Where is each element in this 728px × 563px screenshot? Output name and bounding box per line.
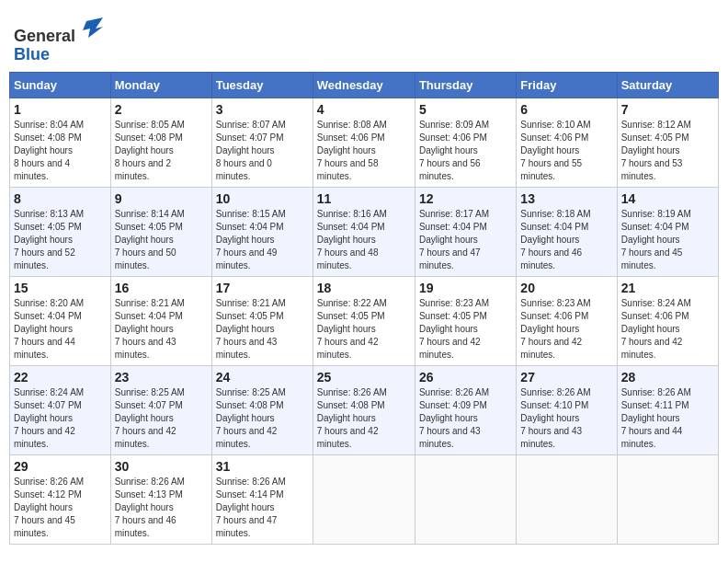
day-info: Sunrise: 8:26 AM Sunset: 4:12 PM Dayligh… bbox=[14, 476, 107, 540]
day-number: 6 bbox=[520, 102, 612, 117]
calendar-cell: 31 Sunrise: 8:26 AM Sunset: 4:14 PM Dayl… bbox=[211, 454, 313, 544]
calendar-cell: 29 Sunrise: 8:26 AM Sunset: 4:12 PM Dayl… bbox=[10, 454, 111, 544]
logo-blue: Blue bbox=[14, 45, 50, 63]
day-number: 24 bbox=[216, 370, 309, 385]
calendar-cell: 25 Sunrise: 8:26 AM Sunset: 4:08 PM Dayl… bbox=[313, 365, 415, 454]
day-header-tuesday: Tuesday bbox=[211, 72, 313, 98]
calendar-cell: 2 Sunrise: 8:05 AM Sunset: 4:08 PM Dayli… bbox=[110, 98, 211, 187]
day-number: 29 bbox=[14, 459, 107, 474]
calendar-cell: 11 Sunrise: 8:16 AM Sunset: 4:04 PM Dayl… bbox=[313, 187, 415, 276]
day-info: Sunrise: 8:23 AM Sunset: 4:05 PM Dayligh… bbox=[419, 297, 512, 362]
day-number: 20 bbox=[520, 281, 612, 295]
day-number: 10 bbox=[216, 191, 309, 206]
calendar-cell: 5 Sunrise: 8:09 AM Sunset: 4:06 PM Dayli… bbox=[415, 98, 516, 187]
day-info: Sunrise: 8:26 AM Sunset: 4:11 PM Dayligh… bbox=[621, 386, 714, 451]
day-number: 2 bbox=[115, 102, 208, 117]
day-info: Sunrise: 8:22 AM Sunset: 4:05 PM Dayligh… bbox=[317, 297, 411, 362]
day-info: Sunrise: 8:08 AM Sunset: 4:06 PM Dayligh… bbox=[317, 119, 411, 183]
day-info: Sunrise: 8:26 AM Sunset: 4:08 PM Dayligh… bbox=[317, 386, 411, 451]
day-info: Sunrise: 8:16 AM Sunset: 4:04 PM Dayligh… bbox=[317, 208, 411, 272]
calendar-cell: 1 Sunrise: 8:04 AM Sunset: 4:08 PM Dayli… bbox=[10, 98, 111, 187]
day-number: 5 bbox=[419, 102, 512, 117]
calendar-cell: 28 Sunrise: 8:26 AM Sunset: 4:11 PM Dayl… bbox=[617, 365, 718, 454]
day-info: Sunrise: 8:13 AM Sunset: 4:05 PM Dayligh… bbox=[14, 208, 107, 272]
day-info: Sunrise: 8:18 AM Sunset: 4:04 PM Dayligh… bbox=[520, 208, 612, 272]
calendar-cell: 3 Sunrise: 8:07 AM Sunset: 4:07 PM Dayli… bbox=[211, 98, 313, 187]
day-info: Sunrise: 8:12 AM Sunset: 4:05 PM Dayligh… bbox=[621, 119, 714, 183]
day-number: 7 bbox=[621, 102, 714, 117]
day-info: Sunrise: 8:04 AM Sunset: 4:08 PM Dayligh… bbox=[14, 119, 107, 183]
day-info: Sunrise: 8:10 AM Sunset: 4:06 PM Dayligh… bbox=[520, 119, 612, 183]
calendar-cell bbox=[415, 454, 516, 544]
day-number: 9 bbox=[115, 191, 208, 206]
day-header-sunday: Sunday bbox=[10, 72, 111, 98]
calendar-cell: 6 Sunrise: 8:10 AM Sunset: 4:06 PM Dayli… bbox=[517, 98, 617, 187]
day-info: Sunrise: 8:24 AM Sunset: 4:07 PM Dayligh… bbox=[14, 386, 107, 451]
calendar-cell: 8 Sunrise: 8:13 AM Sunset: 4:05 PM Dayli… bbox=[10, 187, 111, 276]
logo-bird-icon bbox=[77, 14, 105, 41]
calendar-header-row: SundayMondayTuesdayWednesdayThursdayFrid… bbox=[10, 72, 719, 98]
day-info: Sunrise: 8:05 AM Sunset: 4:08 PM Dayligh… bbox=[115, 119, 208, 183]
svg-marker-0 bbox=[83, 17, 103, 38]
day-info: Sunrise: 8:09 AM Sunset: 4:06 PM Dayligh… bbox=[419, 119, 512, 183]
day-number: 26 bbox=[419, 370, 512, 385]
day-number: 27 bbox=[520, 370, 612, 385]
calendar-cell: 9 Sunrise: 8:14 AM Sunset: 4:05 PM Dayli… bbox=[110, 187, 211, 276]
day-number: 19 bbox=[419, 281, 512, 295]
day-number: 16 bbox=[115, 281, 208, 295]
calendar-cell: 24 Sunrise: 8:25 AM Sunset: 4:08 PM Dayl… bbox=[211, 365, 313, 454]
calendar-cell: 26 Sunrise: 8:26 AM Sunset: 4:09 PM Dayl… bbox=[415, 365, 516, 454]
day-number: 11 bbox=[317, 191, 411, 206]
day-info: Sunrise: 8:21 AM Sunset: 4:04 PM Dayligh… bbox=[115, 297, 208, 362]
calendar-week-5: 29 Sunrise: 8:26 AM Sunset: 4:12 PM Dayl… bbox=[10, 454, 719, 544]
calendar-cell: 16 Sunrise: 8:21 AM Sunset: 4:04 PM Dayl… bbox=[110, 276, 211, 365]
day-header-friday: Friday bbox=[517, 72, 617, 98]
page-header: General Blue bbox=[9, 9, 719, 64]
day-number: 8 bbox=[14, 191, 107, 206]
calendar-cell: 19 Sunrise: 8:23 AM Sunset: 4:05 PM Dayl… bbox=[415, 276, 516, 365]
day-number: 21 bbox=[621, 281, 714, 295]
day-header-monday: Monday bbox=[110, 72, 211, 98]
calendar-cell: 7 Sunrise: 8:12 AM Sunset: 4:05 PM Dayli… bbox=[617, 98, 718, 187]
day-number: 14 bbox=[621, 191, 714, 206]
day-info: Sunrise: 8:25 AM Sunset: 4:07 PM Dayligh… bbox=[115, 386, 208, 451]
calendar-cell bbox=[313, 454, 415, 544]
day-number: 22 bbox=[14, 370, 107, 385]
day-number: 1 bbox=[14, 102, 107, 117]
day-number: 31 bbox=[216, 459, 309, 474]
day-number: 13 bbox=[520, 191, 612, 206]
calendar-body: 1 Sunrise: 8:04 AM Sunset: 4:08 PM Dayli… bbox=[10, 98, 719, 544]
day-number: 25 bbox=[317, 370, 411, 385]
calendar-cell: 27 Sunrise: 8:26 AM Sunset: 4:10 PM Dayl… bbox=[517, 365, 617, 454]
day-number: 3 bbox=[216, 102, 309, 117]
calendar-week-4: 22 Sunrise: 8:24 AM Sunset: 4:07 PM Dayl… bbox=[10, 365, 719, 454]
day-number: 23 bbox=[115, 370, 208, 385]
day-header-wednesday: Wednesday bbox=[313, 72, 415, 98]
calendar-cell: 18 Sunrise: 8:22 AM Sunset: 4:05 PM Dayl… bbox=[313, 276, 415, 365]
day-header-thursday: Thursday bbox=[415, 72, 516, 98]
calendar-cell: 21 Sunrise: 8:24 AM Sunset: 4:06 PM Dayl… bbox=[617, 276, 718, 365]
day-info: Sunrise: 8:20 AM Sunset: 4:04 PM Dayligh… bbox=[14, 297, 107, 362]
day-number: 15 bbox=[14, 281, 107, 295]
day-info: Sunrise: 8:23 AM Sunset: 4:06 PM Dayligh… bbox=[520, 297, 612, 362]
day-number: 17 bbox=[216, 281, 309, 295]
calendar-cell: 14 Sunrise: 8:19 AM Sunset: 4:04 PM Dayl… bbox=[617, 187, 718, 276]
calendar-table: SundayMondayTuesdayWednesdayThursdayFrid… bbox=[9, 72, 719, 545]
calendar-cell: 20 Sunrise: 8:23 AM Sunset: 4:06 PM Dayl… bbox=[517, 276, 617, 365]
day-info: Sunrise: 8:07 AM Sunset: 4:07 PM Dayligh… bbox=[216, 119, 309, 183]
calendar-week-1: 1 Sunrise: 8:04 AM Sunset: 4:08 PM Dayli… bbox=[10, 98, 719, 187]
day-header-saturday: Saturday bbox=[617, 72, 718, 98]
calendar-cell: 13 Sunrise: 8:18 AM Sunset: 4:04 PM Dayl… bbox=[517, 187, 617, 276]
day-number: 30 bbox=[115, 459, 208, 474]
calendar-cell: 22 Sunrise: 8:24 AM Sunset: 4:07 PM Dayl… bbox=[10, 365, 111, 454]
day-info: Sunrise: 8:26 AM Sunset: 4:10 PM Dayligh… bbox=[520, 386, 612, 451]
calendar-cell: 15 Sunrise: 8:20 AM Sunset: 4:04 PM Dayl… bbox=[10, 276, 111, 365]
calendar-cell: 12 Sunrise: 8:17 AM Sunset: 4:04 PM Dayl… bbox=[415, 187, 516, 276]
calendar-cell: 23 Sunrise: 8:25 AM Sunset: 4:07 PM Dayl… bbox=[110, 365, 211, 454]
calendar-week-3: 15 Sunrise: 8:20 AM Sunset: 4:04 PM Dayl… bbox=[10, 276, 719, 365]
day-number: 12 bbox=[419, 191, 512, 206]
day-info: Sunrise: 8:14 AM Sunset: 4:05 PM Dayligh… bbox=[115, 208, 208, 272]
day-number: 4 bbox=[317, 102, 411, 117]
day-info: Sunrise: 8:26 AM Sunset: 4:13 PM Dayligh… bbox=[115, 476, 208, 540]
calendar-cell: 4 Sunrise: 8:08 AM Sunset: 4:06 PM Dayli… bbox=[313, 98, 415, 187]
